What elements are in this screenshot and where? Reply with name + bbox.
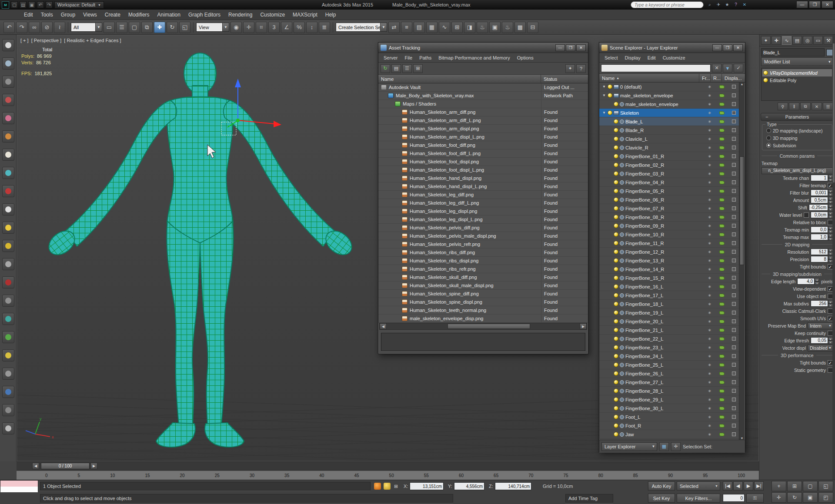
refresh-icon[interactable]: ↻ (381, 64, 390, 73)
undo-quick-icon[interactable]: ↶ (37, 1, 44, 8)
toolbar-icon[interactable]: ↶ (3, 22, 15, 33)
lightbulb-icon[interactable] (614, 328, 618, 332)
toolbar-icon[interactable]: ⌗ (256, 22, 267, 33)
lightbulb-icon[interactable] (614, 206, 618, 211)
field-value[interactable]: 1 (811, 175, 828, 181)
scene-row[interactable]: ▼ male_skeleton_envelope ∗ (599, 100, 739, 109)
pin-stack-icon[interactable]: ⚲ (778, 103, 788, 110)
display-icon[interactable] (728, 432, 739, 436)
toolbar-icon[interactable]: ☰ (116, 22, 127, 33)
field-value[interactable]: 0,001 (811, 189, 828, 196)
value-field[interactable]: 512▲▼ (811, 249, 833, 255)
toolbar-icon[interactable]: ≡ (401, 22, 412, 33)
asset-row[interactable]: Human_Skeleton_skull_male_displ.png Foun… (378, 282, 588, 290)
freeze-icon[interactable]: ∗ (704, 110, 715, 115)
lightbulb-icon[interactable] (614, 180, 618, 185)
lightbulb-icon[interactable] (608, 84, 612, 89)
display-icon[interactable] (728, 389, 739, 393)
render-icon[interactable] (716, 285, 727, 288)
lightbulb-icon[interactable] (614, 162, 618, 167)
menu-item[interactable]: Graph Editors (184, 10, 224, 20)
scene-row[interactable]: ▼ Foot_R ∗ (599, 421, 739, 430)
selection-filter-dropdown[interactable]: All▼ (71, 23, 102, 32)
freeze-icon[interactable]: ∗ (704, 102, 715, 106)
value-field[interactable]: 256▲▼ (811, 300, 833, 307)
asset-row[interactable]: Human_Skeleton_arm_diff_L.png Found (378, 116, 588, 125)
toolbar-icon[interactable]: ⊞ (451, 22, 463, 33)
asset-row[interactable]: Human_Skeleton_skull_diff.png Found (378, 273, 588, 282)
modifier-stack-row[interactable]: VRayDisplacementMod (762, 69, 832, 76)
zoom-extents-icon[interactable]: ▢ (803, 481, 818, 491)
toolbar-icon[interactable]: ∠ (281, 22, 292, 33)
display-icon[interactable] (728, 189, 739, 193)
toolbar-icon[interactable]: 3 (268, 22, 280, 33)
scrollbar-thumb[interactable] (448, 324, 530, 329)
field-value[interactable]: 0,0 (811, 226, 828, 233)
render-icon[interactable] (716, 224, 727, 228)
display-icon[interactable] (728, 311, 739, 315)
render-icon[interactable] (716, 103, 727, 106)
asset-row[interactable]: Human_Skeleton_teeth_normal.png Found (378, 306, 588, 315)
scene-row[interactable]: ▼ male_skeleton_envelope ∗ (599, 91, 739, 100)
lightbulb-icon[interactable] (614, 223, 618, 228)
modifier-stack-row[interactable]: Editable Poly (762, 76, 832, 84)
lightbulb-icon[interactable] (614, 371, 618, 376)
scene-row[interactable]: ▼ FingerBone_18_L ∗ (599, 300, 739, 308)
render-icon[interactable] (716, 320, 727, 323)
value-field[interactable]: 0,0▲▼ (811, 226, 833, 233)
zoom-icon[interactable]: + (772, 481, 786, 491)
asset-row[interactable]: Human_Skeleton_foot_displ_L.png Found (378, 166, 588, 174)
toolbar-icon[interactable]: ⇄ (388, 22, 400, 33)
motion-tab[interactable]: ◎ (803, 36, 812, 45)
menu-item[interactable]: Edit (20, 10, 37, 20)
field-value[interactable]: -0,25cm (809, 204, 828, 211)
lightbulb-icon[interactable] (614, 362, 618, 367)
pick-select-icon[interactable]: ✓ (734, 64, 743, 73)
add-time-tag[interactable]: Add Time Tag (565, 494, 613, 503)
render-icon[interactable] (716, 172, 727, 176)
render-icon[interactable] (716, 407, 727, 410)
scene-row[interactable]: ▼ FingerBone_08_R ∗ (599, 213, 739, 222)
asset-row[interactable]: Human_Skeleton_spine_displ.png Found (378, 298, 588, 306)
lightbulb-icon[interactable] (614, 119, 618, 124)
custom-tool-icon[interactable] (2, 422, 14, 434)
display-icon[interactable] (728, 93, 739, 97)
custom-tool-icon[interactable] (2, 149, 14, 161)
custom-tool-icon[interactable] (2, 57, 14, 70)
freeze-icon[interactable]: ∗ (704, 380, 715, 385)
custom-tool-icon[interactable] (2, 313, 14, 325)
asset-tracking-titlebar[interactable]: Asset Tracking — ❐ ✕ (378, 43, 588, 53)
display-icon[interactable] (728, 172, 739, 176)
create-tab[interactable]: ✚ (772, 36, 781, 45)
freeze-icon[interactable]: ∗ (704, 258, 715, 263)
scene-row[interactable]: ▼ Blade_R ∗ (599, 126, 739, 135)
freeze-icon[interactable]: ∗ (704, 162, 715, 167)
custom-tool-icon[interactable] (2, 130, 14, 143)
asset-row[interactable]: Human_Skeleton_pelvis_diff.png Found (378, 224, 588, 232)
table-view-icon[interactable]: ▤ (391, 64, 401, 73)
menu-item[interactable]: MAXScript (289, 10, 321, 20)
lightbulb-icon[interactable] (614, 406, 618, 411)
display-icon[interactable] (728, 363, 739, 367)
reference-coordinate-dropdown[interactable]: View▼ (196, 23, 229, 32)
scroll-down-icon[interactable]: ▼ (739, 437, 745, 440)
close-button[interactable]: ✕ (822, 1, 833, 8)
details-view-icon[interactable]: ⊞ (413, 64, 423, 73)
display-icon[interactable] (728, 406, 739, 410)
previous-frame-icon[interactable]: ◀ (733, 481, 743, 491)
freeze-icon[interactable]: ∗ (704, 84, 715, 89)
lightbulb-icon[interactable] (614, 267, 618, 272)
render-icon[interactable] (716, 85, 727, 89)
zoom-all-icon[interactable]: ⊞ (787, 481, 802, 491)
display-icon[interactable] (728, 137, 739, 141)
value-field[interactable]: 1,0▲▼ (811, 234, 833, 241)
named-selection-sets-dropdown[interactable]: Create Selection Set▼ (336, 23, 387, 32)
utilities-tab[interactable]: ⚒ (824, 36, 833, 45)
scene-row[interactable]: ▼ FingerBone_21_L ∗ (599, 326, 739, 335)
render-icon[interactable] (716, 207, 727, 210)
render-icon[interactable] (716, 146, 727, 149)
render-icon[interactable] (716, 120, 727, 123)
lightbulb-icon[interactable] (614, 354, 618, 358)
scene-row[interactable]: ▼ Jaw ∗ (599, 430, 739, 439)
selection-lock-icon[interactable] (384, 483, 391, 490)
